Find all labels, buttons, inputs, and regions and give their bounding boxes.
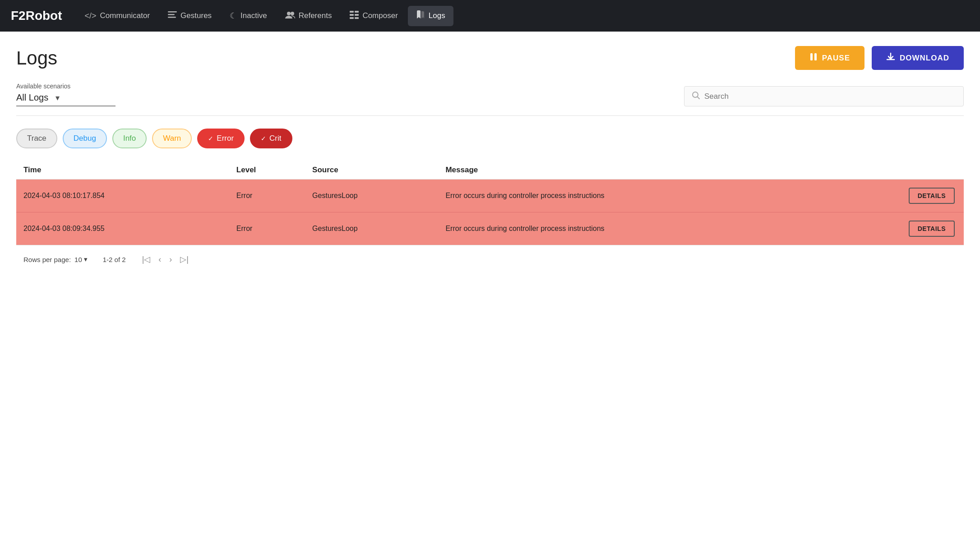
svg-rect-5	[350, 11, 354, 13]
info-label: Info	[123, 134, 136, 143]
nav-label-gestures: Gestures	[180, 11, 212, 20]
row2-message: Error occurs during controller process i…	[438, 212, 824, 245]
col-message: Message	[438, 161, 824, 180]
col-actions	[825, 161, 964, 180]
filter-warn[interactable]: Warn	[152, 129, 192, 148]
scenario-section: Available scenarios All Logs ▾	[16, 83, 116, 106]
download-icon	[886, 52, 895, 64]
row1-message: Error occurs during controller process i…	[438, 180, 824, 212]
first-page-button[interactable]: |◁	[139, 253, 153, 265]
crit-label: Crit	[269, 134, 281, 143]
trace-label: Trace	[27, 134, 46, 143]
error-label: Error	[217, 134, 234, 143]
error-check-icon: ✓	[208, 135, 213, 142]
svg-rect-8	[355, 14, 359, 16]
svg-point-13	[693, 92, 698, 97]
col-source: Source	[305, 161, 438, 180]
filter-error[interactable]: ✓ Error	[197, 129, 245, 148]
chevron-down-icon: ▾	[55, 93, 60, 103]
level-filters: Trace Debug Info Warn ✓ Error ✓ Crit	[16, 129, 964, 148]
rows-per-page-select[interactable]: 10 ▾	[74, 255, 88, 263]
debug-label: Debug	[74, 134, 96, 143]
gestures-icon	[168, 11, 177, 21]
nav-label-composer: Composer	[362, 11, 398, 20]
next-page-button[interactable]: ›	[166, 253, 175, 265]
page-title: Logs	[16, 47, 57, 69]
nav-item-referents[interactable]: Referents	[277, 6, 340, 26]
svg-rect-0	[168, 11, 177, 13]
row2-details-cell: DETAILS	[825, 212, 964, 245]
svg-rect-9	[350, 17, 354, 19]
composer-icon	[350, 11, 359, 21]
row2-source: GesturesLoop	[305, 212, 438, 245]
svg-point-4	[291, 12, 294, 15]
row2-details-button[interactable]: DETAILS	[909, 221, 955, 237]
table-row: 2024-04-03 08:10:17.854 Error GesturesLo…	[16, 180, 964, 212]
svg-rect-7	[350, 14, 354, 16]
pause-label: PAUSE	[822, 54, 850, 63]
page-nav-buttons: |◁ ‹ › ▷|	[139, 253, 191, 265]
row1-level: Error	[229, 180, 305, 212]
pagination-row: Rows per page: 10 ▾ 1-2 of 2 |◁ ‹ › ▷|	[16, 245, 964, 273]
communicator-icon: </>	[85, 11, 97, 21]
search-icon	[692, 91, 700, 101]
scenarios-label: Available scenarios	[16, 83, 116, 90]
rows-per-page-chevron: ▾	[84, 255, 88, 263]
page-info: 1-2 of 2	[103, 256, 126, 263]
scenario-select[interactable]: All Logs ▾	[16, 92, 116, 106]
scenario-value: All Logs	[16, 92, 48, 103]
row2-time: 2024-04-03 08:09:34.955	[16, 212, 229, 245]
filters-row: Available scenarios All Logs ▾	[16, 83, 964, 116]
row1-details-button[interactable]: DETAILS	[909, 188, 955, 204]
nav-label-communicator: Communicator	[100, 11, 150, 20]
logs-icon	[416, 10, 425, 22]
svg-rect-11	[810, 53, 813, 60]
svg-point-3	[287, 12, 291, 15]
nav-item-composer[interactable]: Composer	[342, 6, 406, 26]
search-box[interactable]	[684, 86, 964, 106]
table-header: Time Level Source Message	[16, 161, 964, 180]
row1-details-cell: DETAILS	[825, 180, 964, 212]
nav-items: </> Communicator Gestures ☾ Inactive	[77, 6, 969, 26]
svg-rect-10	[355, 17, 359, 19]
nav-item-inactive[interactable]: ☾ Inactive	[222, 6, 275, 25]
navbar: F2Robot </> Communicator Gestures ☾ Inac…	[0, 0, 980, 32]
download-button[interactable]: DOWNLOAD	[872, 46, 964, 70]
row2-level: Error	[229, 212, 305, 245]
download-label: DOWNLOAD	[900, 54, 949, 63]
nav-label-inactive: Inactive	[240, 11, 267, 20]
pause-icon	[809, 53, 818, 63]
rows-per-page-label: Rows per page:	[23, 256, 71, 263]
svg-rect-2	[168, 17, 176, 18]
main-content: Logs PAUSE DOWNLOAD	[0, 32, 980, 534]
table-body: 2024-04-03 08:10:17.854 Error GesturesLo…	[16, 180, 964, 245]
nav-item-logs[interactable]: Logs	[408, 6, 453, 26]
warn-label: Warn	[163, 134, 181, 143]
rows-per-page-value: 10	[74, 256, 82, 263]
page-header: Logs PAUSE DOWNLOAD	[16, 46, 964, 70]
row1-time: 2024-04-03 08:10:17.854	[16, 180, 229, 212]
crit-check-icon: ✓	[261, 135, 266, 142]
nav-item-communicator[interactable]: </> Communicator	[77, 7, 158, 25]
referents-icon	[285, 11, 295, 21]
header-actions: PAUSE DOWNLOAD	[795, 46, 964, 70]
nav-item-gestures[interactable]: Gestures	[160, 6, 220, 26]
filter-crit[interactable]: ✓ Crit	[250, 129, 292, 148]
search-input[interactable]	[704, 92, 956, 101]
filter-trace[interactable]: Trace	[16, 129, 57, 148]
last-page-button[interactable]: ▷|	[177, 253, 191, 265]
log-table: Time Level Source Message 2024-04-03 08:…	[16, 161, 964, 245]
nav-label-referents: Referents	[299, 11, 332, 20]
svg-rect-6	[355, 11, 359, 13]
col-level: Level	[229, 161, 305, 180]
filter-info[interactable]: Info	[112, 129, 147, 148]
rows-per-page: Rows per page: 10 ▾	[23, 255, 88, 263]
svg-rect-12	[814, 53, 817, 60]
table-row: 2024-04-03 08:09:34.955 Error GesturesLo…	[16, 212, 964, 245]
col-time: Time	[16, 161, 229, 180]
row1-source: GesturesLoop	[305, 180, 438, 212]
prev-page-button[interactable]: ‹	[156, 253, 164, 265]
svg-rect-1	[168, 14, 175, 15]
pause-button[interactable]: PAUSE	[795, 46, 864, 70]
filter-debug[interactable]: Debug	[63, 129, 107, 148]
